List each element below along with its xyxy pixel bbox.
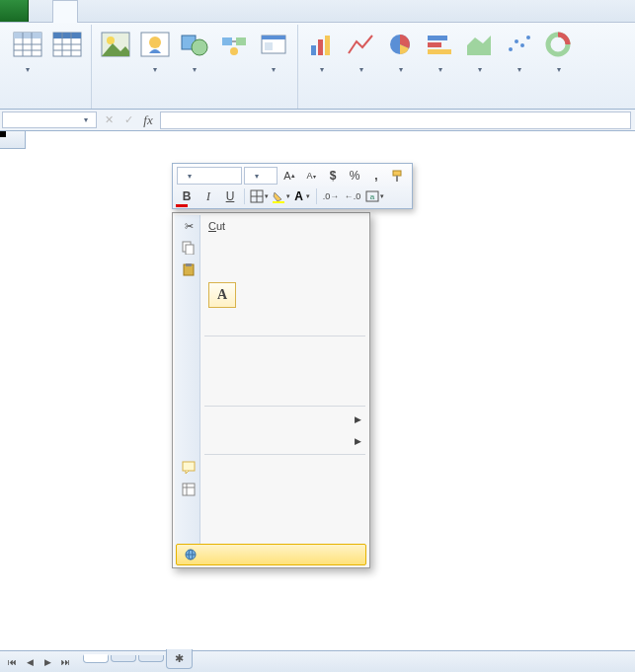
ctx-paste-special[interactable]	[175, 312, 367, 334]
tab-insert[interactable]	[52, 0, 78, 23]
mini-toolbar: ▾ ▾ A▴ A▾ $ % , B I U ▾ ▾ A▾ .0→ ←.0 a▾	[172, 163, 413, 209]
svg-rect-48	[183, 462, 195, 471]
other-chart-button[interactable]	[541, 27, 577, 74]
group-illustrations	[92, 25, 298, 109]
screenshot-icon	[258, 29, 289, 60]
enter-formula-button[interactable]: ✓	[119, 113, 138, 126]
tab-page-layout[interactable]	[78, 0, 102, 22]
fill-color-button[interactable]: ▾	[271, 187, 290, 205]
insert-function-button[interactable]: fx	[138, 112, 158, 128]
ctx-paste-options-header	[175, 259, 367, 280]
svg-point-33	[520, 43, 524, 47]
hyperlink-icon	[183, 547, 198, 562]
paste-icon	[181, 261, 197, 277]
sheet-nav-next[interactable]: ▶	[40, 654, 55, 670]
svg-rect-45	[186, 245, 194, 255]
font-combo[interactable]: ▾	[177, 167, 242, 185]
sheet-tab-3[interactable]	[138, 655, 164, 662]
line-chart-button[interactable]	[344, 27, 379, 74]
cancel-formula-button[interactable]: ✕	[99, 113, 119, 126]
shrink-font-button[interactable]: A▾	[301, 167, 321, 185]
group-tables	[4, 25, 92, 109]
column-chart-button[interactable]	[304, 27, 340, 74]
pivottable-button[interactable]	[10, 27, 45, 74]
select-all-corner[interactable]	[0, 131, 26, 149]
sheet-nav-prev[interactable]: ◀	[22, 654, 38, 670]
tab-formulas[interactable]	[102, 0, 125, 22]
increase-decimal-button[interactable]: .0→	[321, 187, 341, 205]
tab-acrobat[interactable]	[197, 0, 220, 22]
svg-point-15	[149, 37, 161, 48]
smartart-button[interactable]	[216, 27, 252, 74]
sheet-nav-last[interactable]: ⏭	[57, 654, 73, 670]
sheet-tab-bar: ⏮ ◀ ▶ ⏭ ✱	[0, 650, 635, 672]
bar-chart-button[interactable]	[423, 27, 458, 74]
svg-rect-28	[428, 36, 447, 40]
format-painter-button[interactable]	[388, 167, 408, 185]
ctx-cut-label: t	[222, 220, 225, 232]
ctx-delete[interactable]	[175, 360, 367, 382]
ctx-copy[interactable]	[175, 237, 367, 259]
font-color-button[interactable]: A▾	[292, 187, 312, 205]
currency-button[interactable]: $	[323, 167, 343, 185]
pie-chart-icon	[385, 29, 417, 60]
ctx-filter[interactable]: ▶	[175, 409, 367, 430]
svg-rect-36	[393, 171, 401, 176]
svg-point-13	[107, 37, 115, 44]
fontsize-combo[interactable]: ▾	[244, 167, 278, 185]
sheet-tab-1[interactable]	[83, 654, 109, 663]
ctx-insert[interactable]	[175, 338, 367, 360]
sheet-nav-first[interactable]: ⏮	[4, 654, 20, 670]
copy-icon	[181, 240, 197, 256]
svg-rect-30	[428, 49, 451, 54]
svg-rect-29	[428, 42, 441, 47]
table-button[interactable]	[49, 27, 85, 74]
percent-button[interactable]: %	[345, 167, 364, 185]
comma-style-button[interactable]: ,	[366, 167, 386, 185]
clipart-icon	[139, 29, 171, 60]
svg-rect-41	[273, 201, 284, 203]
ctx-define-name[interactable]	[175, 522, 367, 544]
name-box[interactable]: ▾	[2, 112, 97, 128]
tab-view[interactable]	[173, 0, 197, 22]
table-icon	[51, 29, 83, 60]
tab-file[interactable]	[0, 0, 29, 22]
new-sheet-button[interactable]: ✱	[166, 649, 193, 669]
group-tables-label	[10, 105, 85, 109]
ctx-insert-comment[interactable]	[175, 457, 367, 479]
sheet-tab-2[interactable]	[111, 655, 136, 662]
pie-chart-button[interactable]	[383, 27, 419, 74]
group-charts-label	[304, 105, 577, 109]
svg-rect-7	[53, 33, 81, 38]
paste-option-keep-text[interactable]: A	[208, 282, 236, 308]
picture-icon	[100, 29, 131, 60]
area-chart-button[interactable]	[462, 27, 498, 74]
ctx-clear-contents[interactable]	[175, 382, 367, 404]
grow-font-button[interactable]: A▴	[279, 167, 299, 185]
svg-point-31	[509, 47, 513, 51]
ctx-pick-from-list[interactable]	[175, 500, 367, 522]
ctx-sort[interactable]: ▶	[175, 430, 367, 452]
group-charts	[298, 25, 583, 109]
clipart-button[interactable]	[137, 27, 173, 74]
decrease-decimal-button[interactable]: ←.0	[343, 187, 362, 205]
tab-home[interactable]	[29, 0, 52, 22]
ctx-hyperlink[interactable]	[176, 544, 366, 565]
screenshot-button[interactable]	[256, 27, 291, 74]
shapes-button[interactable]	[177, 27, 212, 74]
bold-button[interactable]: B	[177, 187, 197, 205]
ctx-cut[interactable]: ✂Cut	[175, 215, 367, 237]
tab-data[interactable]	[125, 0, 149, 22]
formula-input[interactable]	[160, 112, 631, 129]
underline-button[interactable]: U	[220, 187, 240, 205]
picture-button[interactable]	[98, 27, 133, 74]
tab-review[interactable]	[149, 0, 173, 22]
merge-center-button[interactable]: a▾	[364, 187, 384, 205]
scatter-chart-button[interactable]	[502, 27, 537, 74]
column-chart-icon	[306, 29, 338, 60]
other-chart-icon	[543, 29, 575, 60]
svg-rect-1	[14, 33, 41, 38]
italic-button[interactable]: I	[198, 187, 218, 205]
borders-button[interactable]: ▾	[249, 187, 269, 205]
ctx-format-cells[interactable]	[175, 479, 367, 500]
